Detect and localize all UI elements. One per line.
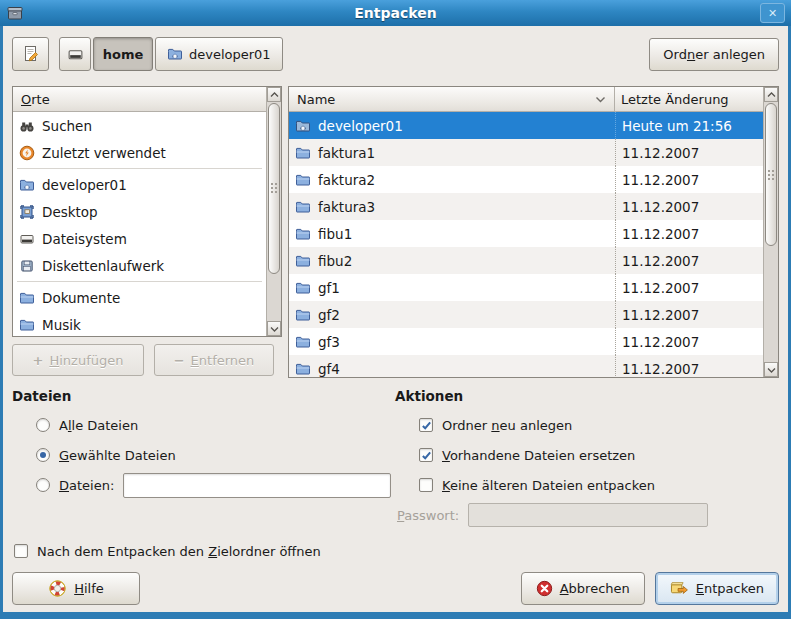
radio-gewaehlte-dateien[interactable]: Gewählte Dateien bbox=[12, 440, 395, 470]
sidebar-item-label: developer01 bbox=[42, 177, 127, 193]
option-label: ielordner öffnen bbox=[217, 544, 321, 559]
filesystem-root-button[interactable] bbox=[59, 37, 91, 71]
path-button-developer01[interactable]: developer01 bbox=[155, 37, 283, 71]
file-name: developer01 bbox=[318, 118, 403, 134]
table-row[interactable]: gf4 11.12.2007 bbox=[289, 355, 763, 377]
cancel-button[interactable]: Abbrechen bbox=[521, 572, 645, 605]
grip-dots-icon bbox=[271, 183, 273, 185]
file-list-column: Name Letzte Änderung developer01 Heute u… bbox=[288, 86, 779, 378]
extract-button[interactable]: Entpacken bbox=[655, 572, 779, 605]
separator bbox=[17, 281, 262, 282]
extract-archive-icon bbox=[670, 580, 689, 597]
remove-place-button: − Entfernen bbox=[154, 344, 274, 376]
dialog-window: Entpacken ✕ home bbox=[0, 0, 791, 619]
home-folder-icon bbox=[19, 177, 35, 193]
button-label: ntpacken bbox=[704, 581, 764, 596]
sidebar-item-musik[interactable]: Musik bbox=[13, 311, 266, 336]
button-label: n bbox=[687, 47, 695, 62]
file-pattern-input[interactable] bbox=[123, 473, 391, 498]
options-area: Dateien Alle Dateien Gewählte Dateien Da… bbox=[12, 388, 779, 530]
places-scrollbar[interactable] bbox=[266, 87, 281, 336]
file-name: gf4 bbox=[318, 361, 340, 377]
sidebar-item-desktop[interactable]: Desktop bbox=[13, 198, 266, 225]
column-label: Name bbox=[297, 92, 335, 107]
folder-icon bbox=[295, 253, 311, 269]
scrollbar-thumb[interactable] bbox=[765, 103, 777, 246]
drive-icon bbox=[67, 46, 84, 63]
window-title: Entpacken bbox=[0, 5, 791, 21]
scroll-down-icon[interactable] bbox=[267, 321, 281, 336]
column-header-modified[interactable]: Letzte Änderung bbox=[615, 87, 763, 112]
table-row[interactable]: faktura1 11.12.2007 bbox=[289, 139, 763, 166]
checkbox-open-after-extract[interactable]: Nach dem Entpacken den Zielordner öffnen bbox=[12, 538, 779, 564]
checkbox-ordner-neu-anlegen[interactable]: Ordner neu anlegen bbox=[395, 410, 779, 440]
checkbox-checked-icon[interactable] bbox=[419, 418, 433, 432]
scroll-down-icon[interactable] bbox=[764, 362, 778, 377]
option-label: eine älteren Dateien entpacken bbox=[450, 478, 655, 493]
file-name: faktura3 bbox=[318, 199, 375, 215]
sidebar-item-developer01[interactable]: developer01 bbox=[13, 171, 266, 198]
places-pane: Orte Suchen Zuletzt verwendet bbox=[12, 86, 282, 337]
checkbox-icon[interactable] bbox=[14, 544, 28, 558]
table-row[interactable]: faktura2 11.12.2007 bbox=[289, 166, 763, 193]
radio-icon[interactable] bbox=[36, 418, 50, 432]
table-row[interactable]: fibu2 11.12.2007 bbox=[289, 247, 763, 274]
button-label: inzufügen bbox=[59, 353, 123, 368]
folder-icon bbox=[295, 145, 311, 161]
option-label: ewählte Dateien bbox=[69, 448, 176, 463]
option-label: Z bbox=[208, 544, 217, 559]
file-modified: 11.12.2007 bbox=[615, 247, 763, 274]
file-modified: 11.12.2007 bbox=[615, 328, 763, 355]
dateien-group: Dateien Alle Dateien Gewählte Dateien Da… bbox=[12, 388, 395, 530]
help-button[interactable]: Hilfe bbox=[12, 572, 140, 605]
file-modified: 11.12.2007 bbox=[615, 193, 763, 220]
places-header[interactable]: Orte bbox=[13, 87, 266, 112]
checkbox-icon[interactable] bbox=[419, 478, 433, 492]
type-location-button[interactable] bbox=[12, 37, 49, 71]
scrollbar-track[interactable] bbox=[267, 102, 281, 321]
file-list-header: Name Letzte Änderung bbox=[289, 87, 763, 112]
sidebar-item-diskettenlaufwerk[interactable]: Diskettenlaufwerk bbox=[13, 252, 266, 279]
create-folder-button[interactable]: Ordner anlegen bbox=[649, 38, 779, 71]
cancel-icon bbox=[536, 580, 553, 597]
option-label: le Dateien bbox=[72, 418, 139, 433]
scroll-up-icon[interactable] bbox=[764, 87, 778, 102]
radio-selected-icon[interactable] bbox=[36, 448, 50, 462]
table-row[interactable]: fibu1 11.12.2007 bbox=[289, 220, 763, 247]
option-label: D bbox=[59, 478, 69, 493]
dialog-footer: Hilfe Abbrechen Entpacken bbox=[12, 572, 779, 605]
sidebar-item-label: Dokumente bbox=[42, 290, 120, 306]
table-row[interactable]: gf1 11.12.2007 bbox=[289, 274, 763, 301]
sidebar-item-dateisystem[interactable]: Dateisystem bbox=[13, 225, 266, 252]
sidebar-item-dokumente[interactable]: Dokumente bbox=[13, 284, 266, 311]
radio-icon[interactable] bbox=[36, 478, 50, 492]
sidebar-item-suchen[interactable]: Suchen bbox=[13, 112, 266, 139]
path-button-home[interactable]: home bbox=[93, 37, 153, 71]
column-header-name[interactable]: Name bbox=[289, 87, 615, 112]
checkbox-keine-aelteren[interactable]: Keine älteren Dateien entpacken bbox=[395, 470, 779, 500]
table-row[interactable]: gf3 11.12.2007 bbox=[289, 328, 763, 355]
table-row[interactable]: developer01 Heute um 21:56 bbox=[289, 112, 763, 139]
close-icon[interactable]: ✕ bbox=[760, 3, 785, 23]
option-label: ateien: bbox=[69, 478, 114, 493]
home-folder-icon bbox=[167, 46, 183, 62]
scroll-up-icon[interactable] bbox=[267, 87, 281, 102]
option-label: G bbox=[59, 448, 69, 463]
folder-icon bbox=[295, 280, 311, 296]
checkbox-checked-icon[interactable] bbox=[419, 448, 433, 462]
floppy-icon bbox=[19, 258, 35, 274]
scrollbar-thumb[interactable] bbox=[268, 103, 280, 274]
table-row[interactable]: faktura3 11.12.2007 bbox=[289, 193, 763, 220]
scrollbar-track[interactable] bbox=[764, 102, 778, 362]
radio-dateien-pattern[interactable]: Dateien: bbox=[12, 470, 395, 500]
file-modified: 11.12.2007 bbox=[615, 166, 763, 193]
group-heading: Dateien bbox=[12, 388, 395, 404]
file-list-scrollbar[interactable] bbox=[763, 87, 778, 377]
titlebar[interactable]: Entpacken ✕ bbox=[0, 0, 791, 26]
file-modified: 11.12.2007 bbox=[615, 355, 763, 377]
radio-alle-dateien[interactable]: Alle Dateien bbox=[12, 410, 395, 440]
checkbox-vorhandene-ersetzen[interactable]: Vorhandene Dateien ersetzen bbox=[395, 440, 779, 470]
table-row[interactable]: gf2 11.12.2007 bbox=[289, 301, 763, 328]
option-label: A bbox=[59, 418, 68, 433]
sidebar-item-zuletzt-verwendet[interactable]: Zuletzt verwendet bbox=[13, 139, 266, 166]
